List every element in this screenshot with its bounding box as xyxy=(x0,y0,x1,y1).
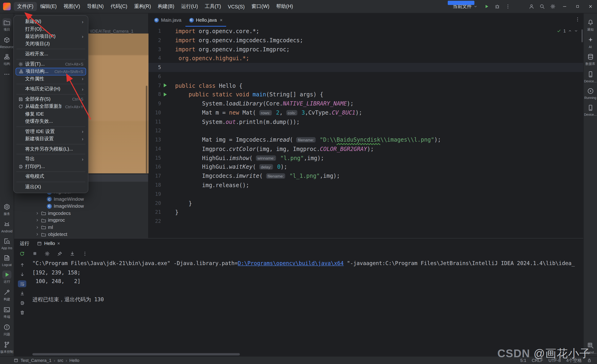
stripe-item-问题[interactable]: 问题 xyxy=(0,321,14,339)
gutter-line-18[interactable]: 18 xyxy=(149,181,175,190)
gutter-line-4[interactable]: 4 xyxy=(149,54,175,63)
kebab-button[interactable] xyxy=(81,249,89,258)
gutter-line-19[interactable]: 19 xyxy=(149,190,175,199)
stripe-item-终端[interactable]: 终端 xyxy=(0,304,14,321)
breadcrumb-Hello[interactable]: Hello xyxy=(69,358,79,363)
file-menu-item-1[interactable]: 新建(N)› xyxy=(16,18,86,25)
search-everywhere-button[interactable] xyxy=(537,1,548,12)
more-actions-button[interactable] xyxy=(503,1,513,12)
gutter-line-20[interactable]: 20 xyxy=(149,199,175,208)
console-hscrollbar[interactable] xyxy=(32,353,240,355)
gutter-line-9[interactable]: 9 xyxy=(149,99,175,108)
stripe-item-Logcat[interactable]: Logcat xyxy=(0,252,14,269)
stripe-item-结构[interactable]: 结构 xyxy=(0,51,14,68)
menubar-item-8[interactable]: 运行(U) xyxy=(178,2,201,11)
menubar-item-10[interactable]: VCS(S) xyxy=(224,3,248,10)
file-menu-item-9[interactable]: 本地历史记录(H)› xyxy=(16,85,86,93)
stripe-item-版本控制[interactable]: 版本控制 xyxy=(0,339,14,356)
code-with-me-button[interactable] xyxy=(526,1,537,12)
file-menu-item-16[interactable]: 将文件另存为模板(L)... xyxy=(16,145,86,153)
image-window[interactable] xyxy=(88,34,149,173)
gutter-line-16[interactable]: 16 xyxy=(149,162,175,172)
stripe-item-Android[interactable]: Android xyxy=(0,218,14,235)
tree-item-objdetect[interactable]: objdetect xyxy=(14,231,148,238)
stripe-item-项目[interactable]: 项目 xyxy=(0,16,14,34)
gutter-line-3[interactable]: 3 xyxy=(149,45,175,54)
tree-item-imagewindow[interactable]: CImageWindow xyxy=(14,196,148,203)
up-button[interactable] xyxy=(18,261,26,268)
gutter-line-5[interactable]: 5 xyxy=(149,63,175,72)
run-button[interactable] xyxy=(481,1,492,12)
editor-scrollbar[interactable] xyxy=(581,29,583,42)
menubar-item-11[interactable]: 窗口(W) xyxy=(248,2,273,11)
stripe-item-构建[interactable]: 构建 xyxy=(0,286,14,304)
image-window-scrollbar[interactable] xyxy=(146,86,147,173)
gutter-line-2[interactable]: 2 xyxy=(149,36,175,45)
run-gutter-icon[interactable] xyxy=(164,84,167,87)
gutter-line-11[interactable]: 11 xyxy=(149,117,175,126)
stripe-item-数据库[interactable]: 数据库 xyxy=(583,51,597,68)
settings-button[interactable] xyxy=(548,1,558,12)
gutter-line-22[interactable]: 22 xyxy=(149,217,175,226)
gear-button[interactable] xyxy=(43,249,51,258)
file-menu-item-6[interactable]: 设置(T)...Ctrl+Alt+S xyxy=(16,60,86,68)
wrap-button[interactable] xyxy=(18,280,26,287)
stripe-item-moreH[interactable] xyxy=(0,68,14,80)
stripe-item-服务[interactable]: 服务 xyxy=(0,201,14,218)
down-button[interactable] xyxy=(18,271,26,278)
file-menu-item-4[interactable]: 关闭项目(J) xyxy=(16,40,86,47)
menubar-item-9[interactable]: 工具(T) xyxy=(201,2,224,11)
file-menu-item-7[interactable]: 项目结构...Ctrl+Alt+Shift+S xyxy=(16,68,86,75)
file-menu-item-13[interactable]: 使缓存失效... xyxy=(16,118,86,125)
code-area[interactable]: import org.opencv.core.*;import org.open… xyxy=(175,27,583,226)
menubar-item-4[interactable]: 导航(N) xyxy=(84,2,107,11)
trash-button[interactable] xyxy=(18,309,26,316)
maximize-button[interactable] xyxy=(571,0,584,13)
stripe-item-运行[interactable]: 运行 xyxy=(0,269,14,286)
gutter-line-12[interactable]: 12 xyxy=(149,126,175,135)
console-path-link[interactable]: D:\Programs\opencv\build\java\x64 xyxy=(238,260,344,266)
menubar-item-7[interactable]: 构建(B) xyxy=(154,2,178,11)
menubar-item-5[interactable]: 代码(C) xyxy=(107,2,131,11)
editor-tab-hello.java[interactable]: CHello.java× xyxy=(185,13,226,27)
file-menu-item-17[interactable]: 导出› xyxy=(16,155,86,163)
gutter-line-6[interactable]: 6 xyxy=(149,72,175,81)
intellij-logo[interactable] xyxy=(3,3,11,10)
run-gutter-icon[interactable] xyxy=(164,93,167,96)
close-tab-icon[interactable]: × xyxy=(57,241,60,246)
close-tab-icon[interactable]: × xyxy=(220,17,222,23)
stripe-item-Running[interactable]: Running xyxy=(583,85,597,102)
gutter-line-15[interactable]: 15 xyxy=(149,153,175,162)
minimize-button[interactable] xyxy=(558,0,571,13)
file-menu-item-8[interactable]: 文件属性› xyxy=(16,75,86,83)
gutter-line-21[interactable]: 21 xyxy=(149,208,175,217)
file-menu-item-18[interactable]: 打印(P)... xyxy=(16,163,86,170)
breadcrumb-Test_Camera_1[interactable]: Test_Camera_1 xyxy=(21,358,52,363)
tree-item-imgcodecs[interactable]: imgcodecs xyxy=(14,210,148,217)
stripe-item-App Ins[interactable]: App Ins xyxy=(0,235,14,252)
file-menu-item-5[interactable]: 远程开发... xyxy=(16,50,86,58)
tree-item-imgproc[interactable]: imgproc xyxy=(14,217,148,224)
file-menu-item-10[interactable]: 全部保存(S)Ctrl+S xyxy=(16,95,86,103)
gutter-line-17[interactable]: 17 xyxy=(149,172,175,181)
menubar-item-3[interactable]: 视图(V) xyxy=(60,2,84,11)
stripe-item-AI[interactable]: AI xyxy=(583,34,597,51)
gutter-line-7[interactable]: 7 xyxy=(149,81,175,90)
run-tab-hello[interactable]: Hello× xyxy=(37,241,60,246)
scrollend-button[interactable] xyxy=(68,249,77,258)
menubar-item-2[interactable]: 编辑(E) xyxy=(37,2,60,11)
menubar-item-1[interactable]: 文件(F) xyxy=(14,2,37,11)
file-menu-item-2[interactable]: 打开(O)... xyxy=(16,25,86,33)
chevup-icon[interactable] xyxy=(568,29,572,33)
file-menu-item-15[interactable]: 新建项目设置› xyxy=(16,135,86,143)
rerun-button[interactable] xyxy=(18,249,26,258)
pin-button[interactable] xyxy=(55,249,64,258)
tab-options-kebab[interactable] xyxy=(575,17,580,24)
tree-item-ml[interactable]: ml xyxy=(14,224,148,231)
menubar-item-12[interactable]: 帮助(H) xyxy=(273,2,296,11)
stop-button[interactable] xyxy=(31,249,39,258)
tree-item-imagewindow[interactable]: CImageWindow xyxy=(14,203,148,210)
console-output[interactable]: "C:\Program Files\Java\jdk-21\bin\java.e… xyxy=(32,259,582,352)
menubar-item-6[interactable]: 重构(R) xyxy=(131,2,154,11)
gutter-line-14[interactable]: 14 xyxy=(149,144,175,154)
